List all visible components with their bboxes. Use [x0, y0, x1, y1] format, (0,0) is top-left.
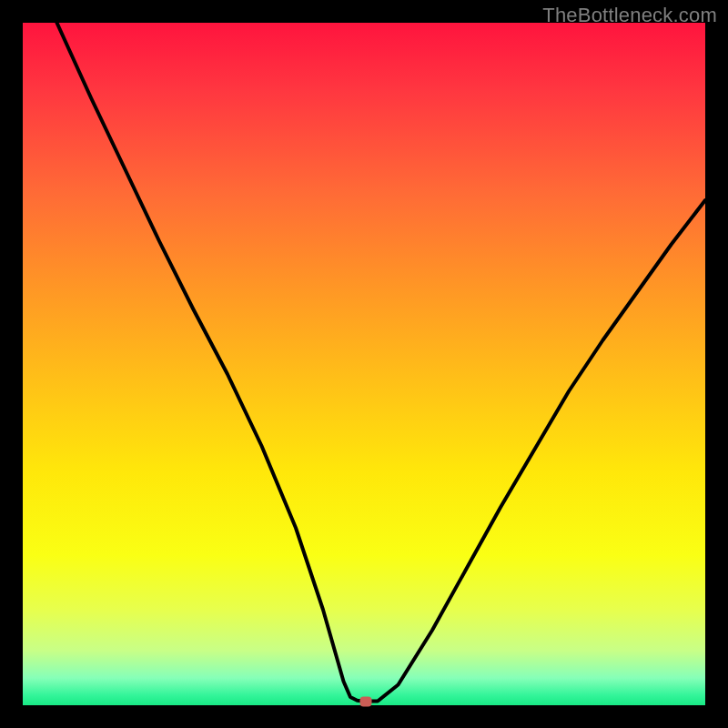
min-marker — [359, 696, 371, 706]
plot-area — [23, 23, 705, 705]
watermark-label: TheBottleneck.com — [542, 4, 717, 27]
curve-path — [57, 23, 706, 702]
chart-frame: TheBottleneck.com — [0, 0, 728, 728]
curve-svg — [23, 23, 705, 705]
